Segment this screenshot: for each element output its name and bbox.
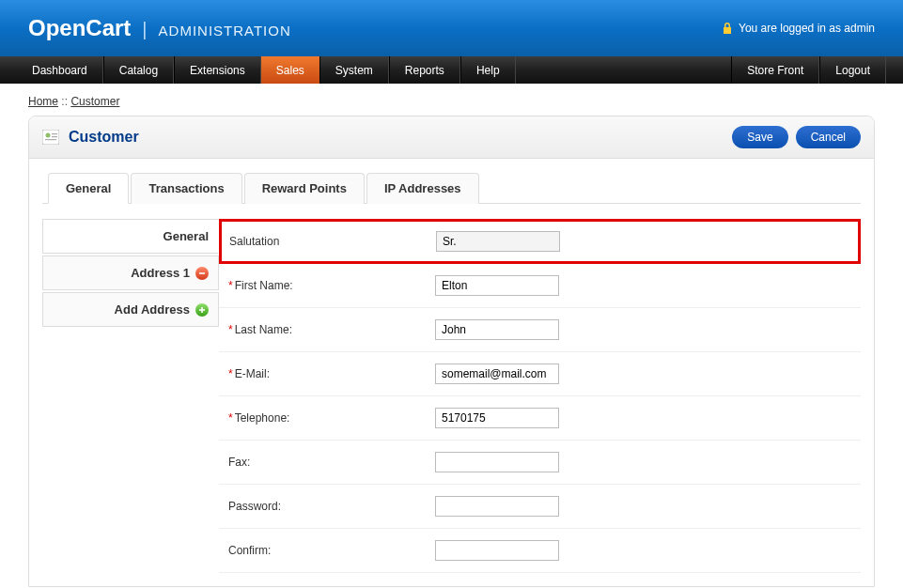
save-button[interactable]: Save: [732, 126, 787, 148]
nav-sales[interactable]: Sales: [261, 56, 319, 84]
box-heading: Customer Save Cancel: [29, 116, 874, 159]
brand: OpenCart | ADMINISTRATION: [28, 15, 291, 41]
nav-reports[interactable]: Reports: [389, 56, 460, 84]
input-telephone[interactable]: [435, 408, 559, 428]
breadcrumb-sep: ::: [61, 95, 70, 108]
brand-logo-text: OpenCart: [28, 15, 131, 40]
row-salutation: Salutation: [219, 219, 861, 264]
remove-address-icon[interactable]: [195, 267, 209, 280]
row-email: *E-Mail:: [219, 352, 861, 396]
customer-box: Customer Save Cancel General Transaction…: [28, 116, 875, 587]
vtab-address1-label: Address 1: [131, 266, 190, 280]
row-confirm: Confirm:: [219, 529, 861, 573]
admin-label: ADMINISTRATION: [159, 23, 291, 39]
customer-form: Salutation *First Name: *Last Name: *E-M…: [219, 219, 861, 573]
tab-reward-points[interactable]: Reward Points: [244, 173, 365, 204]
nav-catalog[interactable]: Catalog: [103, 56, 174, 84]
required-marker: *: [228, 411, 233, 425]
brand-separator: |: [142, 19, 147, 40]
header-status: You are logged in as admin: [722, 22, 875, 35]
row-fax: Fax:: [219, 441, 861, 485]
svg-rect-7: [199, 309, 205, 311]
nav-logout[interactable]: Logout: [819, 56, 886, 84]
vtab-general-label: General: [163, 229, 209, 243]
input-firstname[interactable]: [435, 275, 559, 296]
app-header: OpenCart | ADMINISTRATION You are logged…: [0, 0, 903, 56]
svg-rect-3: [52, 136, 57, 137]
nav-storefront[interactable]: Store Front: [731, 56, 819, 84]
vtab-address-1[interactable]: Address 1: [42, 255, 219, 290]
required-marker: *: [228, 323, 233, 336]
row-password: Password:: [219, 485, 861, 529]
vtab-add-address[interactable]: Add Address: [42, 292, 219, 327]
input-confirm[interactable]: [435, 540, 559, 561]
row-telephone: *Telephone:: [219, 396, 861, 441]
input-fax[interactable]: [435, 452, 559, 472]
label-salutation: Salutation: [229, 235, 436, 248]
label-lastname: Last Name:: [235, 323, 292, 336]
label-email: E-Mail:: [235, 367, 270, 380]
add-address-icon[interactable]: [195, 303, 209, 317]
tab-transactions[interactable]: Transactions: [131, 173, 241, 204]
brand-logo: OpenCart: [28, 15, 131, 41]
row-firstname: *First Name:: [219, 264, 861, 308]
vtabs: General Address 1 Add Address: [42, 219, 219, 573]
breadcrumb: Home :: Customer: [0, 84, 903, 116]
label-telephone: Telephone:: [235, 411, 290, 425]
input-password[interactable]: [435, 496, 559, 517]
box-buttons: Save Cancel: [732, 126, 861, 148]
box-content: General Transactions Reward Points IP Ad…: [29, 159, 874, 586]
tab-panel: General Address 1 Add Address: [42, 219, 861, 573]
input-salutation[interactable]: [436, 231, 560, 252]
svg-rect-4: [45, 139, 56, 140]
content: Customer Save Cancel General Transaction…: [0, 116, 903, 588]
nav-extensions[interactable]: Extensions: [174, 56, 261, 84]
htabs: General Transactions Reward Points IP Ad…: [42, 172, 861, 204]
label-password: Password:: [228, 500, 435, 513]
lock-icon: [722, 22, 733, 35]
nav-spacer: [516, 56, 732, 84]
vtab-general[interactable]: General: [42, 219, 219, 254]
label-firstname: First Name:: [235, 279, 293, 292]
breadcrumb-home[interactable]: Home: [28, 95, 58, 108]
label-confirm: Confirm:: [228, 544, 435, 557]
label-fax: Fax:: [228, 456, 435, 469]
vtab-add-address-label: Add Address: [115, 302, 190, 317]
nav-system[interactable]: System: [319, 56, 389, 84]
svg-rect-2: [52, 133, 57, 134]
tab-general[interactable]: General: [48, 173, 129, 204]
required-marker: *: [228, 279, 233, 292]
login-status-text: You are logged in as admin: [739, 22, 875, 35]
nav-dashboard[interactable]: Dashboard: [17, 56, 103, 84]
nav-help[interactable]: Help: [460, 56, 516, 84]
customer-icon: [42, 130, 59, 145]
main-nav: Dashboard Catalog Extensions Sales Syste…: [0, 56, 903, 84]
cancel-button[interactable]: Cancel: [796, 126, 861, 148]
input-email[interactable]: [435, 364, 559, 384]
svg-rect-5: [199, 272, 205, 274]
page-title: Customer: [69, 129, 139, 146]
tab-ip-addresses[interactable]: IP Addresses: [366, 173, 479, 204]
input-lastname[interactable]: [435, 319, 559, 340]
svg-point-1: [46, 133, 51, 138]
required-marker: *: [228, 367, 233, 380]
row-lastname: *Last Name:: [219, 308, 861, 352]
breadcrumb-customer[interactable]: Customer: [70, 95, 119, 108]
